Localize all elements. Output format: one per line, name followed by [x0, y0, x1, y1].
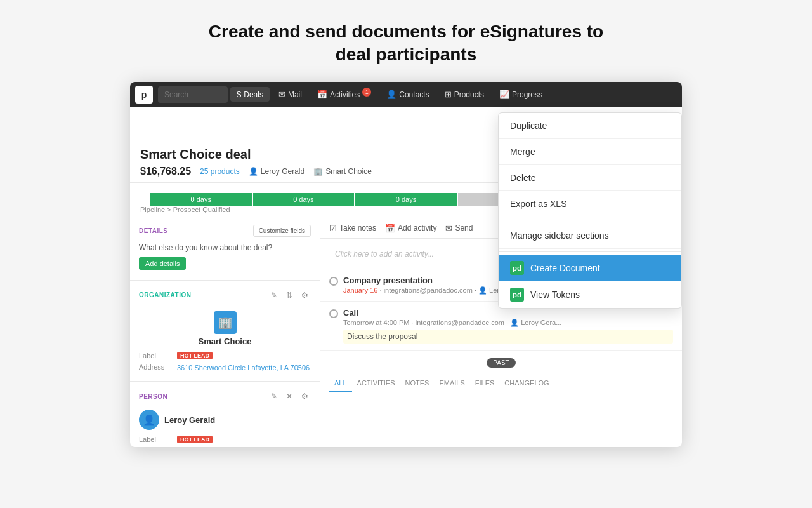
dropdown-delete[interactable]: Delete: [499, 165, 681, 191]
pandadoc-create-icon: pd: [510, 261, 524, 275]
org-icon: 🏢: [214, 311, 237, 334]
left-panel: DETAILS Customize fields What else do yo…: [130, 218, 320, 447]
activity-circle-2[interactable]: [329, 309, 338, 318]
activity-meta-1: January 16 · integrations@pandadoc.com ·…: [343, 286, 512, 295]
activity-circle-1[interactable]: [329, 277, 338, 286]
add-activity-label: Add activity: [398, 224, 436, 232]
org-address-label: Address: [139, 363, 177, 371]
dropdown-export-xls[interactable]: Export as XLS: [499, 191, 681, 217]
tab-activities[interactable]: ACTIVITIES: [352, 375, 400, 392]
view-tokens-label: View Tokens: [530, 290, 580, 300]
stage-1[interactable]: 0 days: [150, 193, 252, 206]
activity-title-2: Call: [343, 308, 561, 318]
dropdown-merge[interactable]: Merge: [499, 139, 681, 165]
add-activity-icon: 📅: [385, 224, 395, 233]
take-notes-button[interactable]: ☑ Take notes: [329, 224, 376, 233]
reorder-org-button[interactable]: ⇅: [284, 290, 295, 301]
organization-section-header: ORGANIZATION ✎ ⇅ ⚙: [139, 287, 311, 305]
company-icon: 🏢: [313, 167, 323, 176]
app-logo: p: [135, 86, 153, 104]
nav-item-progress[interactable]: 📈 Progress: [493, 87, 549, 102]
progress-icon: 📈: [499, 90, 509, 99]
contacts-icon: 👤: [386, 90, 396, 99]
stage-2[interactable]: 0 days: [253, 193, 355, 206]
deal-company: 🏢 Smart Choice: [313, 167, 372, 176]
nav-item-activities[interactable]: 📅 Activities 1: [311, 87, 377, 102]
pandadoc-tokens-icon: pd: [510, 288, 524, 302]
dropdown-duplicate[interactable]: Duplicate: [499, 113, 681, 139]
dropdown-divider: [499, 220, 681, 220]
nav-label-progress: Progress: [512, 90, 542, 99]
take-notes-label: Take notes: [339, 224, 376, 232]
send-label: Send: [455, 224, 473, 232]
edit-person-button[interactable]: ✎: [268, 391, 280, 402]
org-address-value[interactable]: 3610 Sherwood Circle Lafayette, LA 70506: [177, 363, 310, 373]
tab-files[interactable]: FILES: [470, 375, 500, 392]
organization-section: ORGANIZATION ✎ ⇅ ⚙ 🏢 Smart Choice Label …: [130, 284, 320, 377]
details-label: DETAILS: [139, 227, 168, 234]
activities-badge: 1: [362, 88, 371, 97]
nav-item-deals[interactable]: $ Deals: [230, 87, 270, 102]
remove-person-button[interactable]: ✕: [284, 391, 295, 402]
person-name: Leroy Gerald: [164, 415, 215, 425]
person-section-header: PERSON ✎ ✕ ⚙: [139, 388, 311, 406]
headline-line1: Create and send documents for eSignature…: [209, 22, 603, 41]
tab-emails[interactable]: EMAILS: [434, 375, 469, 392]
person-hot-lead-badge: HOT LEAD: [177, 436, 213, 443]
details-question: What else do you know about the deal?: [130, 241, 320, 257]
person-section: PERSON ✎ ✕ ⚙ 👤 Leroy Gerald Label HOT LE…: [130, 385, 320, 447]
person-icon: 👤: [249, 167, 258, 176]
mail-icon: ✉: [278, 90, 285, 99]
person-card: 👤 Leroy Gerald: [139, 406, 311, 434]
activity-meta-2: Tomorrow at 4:00 PM · integrations@panda…: [343, 319, 561, 327]
details-section-header: DETAILS Customize fields: [130, 218, 320, 241]
send-button[interactable]: ✉ Send: [445, 224, 473, 233]
dropdown-manage-sidebar[interactable]: Manage sidebar sections: [499, 223, 681, 249]
headline-line2: deal participants: [336, 44, 477, 64]
activity-date-1: January 16: [343, 286, 377, 294]
nav-label-activities: Activities: [330, 90, 360, 99]
search-input[interactable]: [158, 86, 228, 103]
person-label-row: Label HOT LEAD: [139, 434, 311, 445]
settings-org-button[interactable]: ⚙: [299, 290, 311, 301]
activities-icon: 📅: [317, 90, 327, 99]
dropdown-divider-2: [499, 251, 681, 252]
activity-title-1: Company presentation: [343, 276, 512, 285]
deals-icon: $: [237, 90, 241, 99]
create-document-label: Create Document: [530, 263, 600, 273]
org-label-field-label: Label: [139, 352, 177, 359]
tab-all[interactable]: ALL: [329, 375, 352, 392]
deal-amount: $16,768.25: [140, 166, 191, 177]
org-card: 🏢 Smart Choice: [139, 305, 311, 350]
products-icon: ⊞: [445, 90, 452, 99]
deal-products-link[interactable]: 25 products: [200, 167, 240, 176]
send-icon: ✉: [445, 224, 452, 233]
tab-notes[interactable]: NOTES: [400, 375, 434, 392]
org-label-row: Label HOT LEAD: [139, 350, 311, 361]
person-label-field: Label: [139, 436, 177, 443]
edit-org-button[interactable]: ✎: [268, 290, 280, 301]
add-details-button[interactable]: Add details: [139, 257, 186, 270]
nav-label-deals: Deals: [244, 90, 263, 99]
org-hot-lead-badge: HOT LEAD: [177, 352, 213, 359]
dropdown-view-tokens[interactable]: pd View Tokens: [499, 281, 681, 308]
notes-icon: ☑: [329, 224, 337, 233]
nav-item-mail[interactable]: ✉ Mail: [272, 87, 308, 102]
person-label: PERSON: [139, 393, 167, 400]
deal-person: 👤 Leroy Gerald: [249, 167, 304, 176]
nav-label-contacts: Contacts: [399, 90, 429, 99]
dropdown-menu: Duplicate Merge Delete Export as XLS Man…: [498, 112, 682, 309]
settings-person-button[interactable]: ⚙: [299, 391, 311, 402]
activity-item-2: Call Tomorrow at 4:00 PM · integrations@…: [320, 302, 682, 351]
nav-label-mail: Mail: [288, 90, 302, 99]
activity-tabs: ALL ACTIVITIES NOTES EMAILS FILES CHANGE…: [320, 375, 682, 392]
nav-item-contacts[interactable]: 👤 Contacts: [380, 87, 435, 102]
past-badge: PAST: [487, 358, 515, 368]
headline: Create and send documents for eSignature…: [196, 0, 616, 82]
stage-3[interactable]: 0 days: [355, 193, 457, 206]
dropdown-create-document[interactable]: pd Create Document: [499, 255, 681, 281]
customize-fields-button[interactable]: Customize fields: [253, 225, 311, 237]
add-activity-button[interactable]: 📅 Add activity: [385, 224, 436, 233]
nav-item-products[interactable]: ⊞ Products: [438, 87, 490, 102]
tab-changelog[interactable]: CHANGELOG: [499, 375, 554, 392]
